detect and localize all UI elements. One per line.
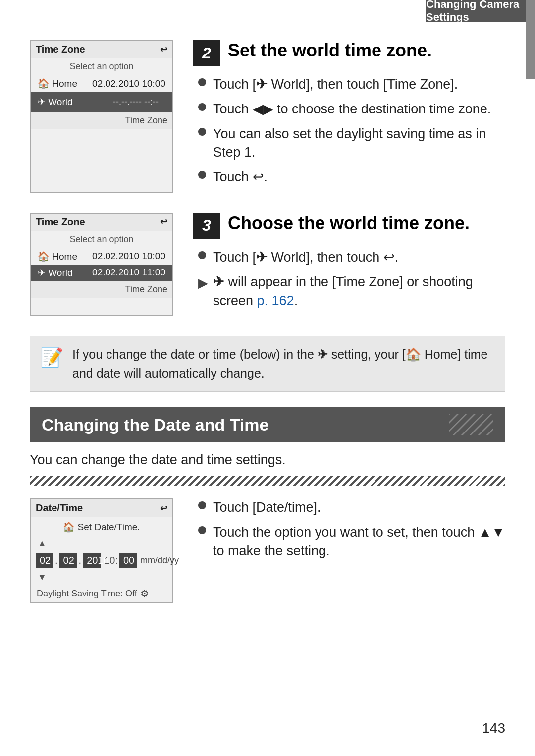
note-icon: 📝 bbox=[40, 346, 63, 368]
bullet-dot bbox=[198, 526, 206, 534]
dt-bullet-2-text: Touch the option you want to set, then t… bbox=[213, 523, 505, 561]
dt-year: 2010 bbox=[83, 553, 101, 568]
bullet-dot bbox=[198, 501, 206, 509]
step2-bullet-1-text: Touch [✈ World], then touch [Time Zone]. bbox=[213, 75, 458, 94]
step2-screen: Time Zone ↩ Select an option 🏠 Home 02.0… bbox=[30, 40, 173, 193]
bullet-dot bbox=[198, 171, 206, 179]
step2-bullet-3: You can also set the daylight saving tim… bbox=[198, 125, 505, 162]
dt-hour: 00 bbox=[119, 553, 137, 568]
bullet-dot bbox=[198, 128, 206, 136]
dt-title-bar: Date/Time ↩ bbox=[31, 499, 172, 517]
page-number: 143 bbox=[482, 720, 505, 736]
dt-up-arrow: ▲ bbox=[31, 537, 172, 551]
step3-bullet-1-text: Touch [✈ World], then touch ↩. bbox=[213, 248, 398, 267]
hatched-divider bbox=[30, 476, 505, 486]
datetime-instructions: Touch [Date/time]. Touch the option you … bbox=[193, 498, 505, 603]
home-time2: 02.02.2010 10:00 bbox=[92, 251, 165, 262]
home-time: 02.02.2010 10:00 bbox=[92, 78, 165, 89]
world-time2: 02.02.2010 11:00 bbox=[92, 267, 165, 278]
note-text: If you change the date or time (below) i… bbox=[72, 345, 495, 382]
dt-back-icon: ↩ bbox=[160, 503, 167, 514]
step2-bullets: Touch [✈ World], then touch [Time Zone].… bbox=[198, 75, 505, 187]
step3-bullet-2-text: ✈ will appear in the [Time Zone] or shoo… bbox=[213, 273, 505, 311]
home-icon: 🏠 Home bbox=[38, 78, 77, 89]
step3-section: Time Zone ↩ Select an option 🏠 Home 02.0… bbox=[30, 213, 505, 316]
step3-bullets: Touch [✈ World], then touch ↩. ▶ ✈ will … bbox=[198, 248, 505, 310]
dt-bullet-2: Touch the option you want to set, then t… bbox=[198, 523, 505, 561]
screen2-title: Time Zone bbox=[36, 216, 85, 228]
step2-bullet-2-text: Touch ◀▶ to choose the destination time … bbox=[213, 100, 491, 119]
bullet-dot bbox=[198, 251, 206, 259]
screen2-back-icon: ↩ bbox=[160, 216, 167, 227]
screen2-row-world: ✈ World 02.02.2010 11:00 bbox=[31, 265, 172, 281]
datetime-screen: Date/Time ↩ 🏠 Set Date/Time. ▲ 02 . 02 .… bbox=[30, 498, 173, 603]
screen1-row-home: 🏠 Home 02.02.2010 10:00 bbox=[31, 75, 172, 92]
step3-instructions: 3 Choose the world time zone. Touch [✈ W… bbox=[193, 213, 505, 316]
bullet-dot bbox=[198, 103, 206, 111]
screen1-back-icon: ↩ bbox=[160, 44, 167, 55]
step3-bullet-1: Touch [✈ World], then touch ↩. bbox=[198, 248, 505, 267]
home-icon2: 🏠 Home bbox=[38, 251, 77, 262]
datetime-bullets: Touch [Date/time]. Touch the option you … bbox=[198, 498, 505, 560]
screen2-footer: Time Zone bbox=[31, 281, 172, 298]
decoration-svg bbox=[449, 414, 493, 435]
dt-bullet-1: Touch [Date/time]. bbox=[198, 498, 505, 517]
step2-bullet-1: Touch [✈ World], then touch [Time Zone]. bbox=[198, 75, 505, 94]
step2-bullet-3-text: You can also set the daylight saving tim… bbox=[213, 125, 505, 162]
world-icon: ✈ World bbox=[38, 96, 73, 108]
step2-title: Set the world time zone. bbox=[228, 40, 432, 61]
svg-rect-1 bbox=[449, 414, 493, 435]
dt-footer-text: Daylight Saving Time: Off bbox=[37, 589, 137, 599]
bullet-dot bbox=[198, 78, 206, 86]
screen1-footer: Time Zone bbox=[31, 112, 172, 129]
screen2-title-bar: Time Zone ↩ bbox=[31, 214, 172, 231]
step3-bullet-2: ▶ ✈ will appear in the [Time Zone] or sh… bbox=[198, 273, 505, 311]
screen1-title-bar: Time Zone ↩ bbox=[31, 41, 172, 58]
step2-instructions: 2 Set the world time zone. Touch [✈ Worl… bbox=[193, 40, 505, 193]
dt-bullet-1-text: Touch [Date/time]. bbox=[213, 498, 321, 517]
note-box: 📝 If you change the date or time (below)… bbox=[30, 336, 505, 392]
step2-heading: 2 Set the world time zone. bbox=[193, 40, 505, 66]
step2-bullet-2: Touch ◀▶ to choose the destination time … bbox=[198, 100, 505, 119]
step3-screen: Time Zone ↩ Select an option 🏠 Home 02.0… bbox=[30, 213, 173, 316]
world-icon2: ✈ World bbox=[38, 267, 73, 278]
step2-bullet-4: Touch ↩. bbox=[198, 168, 505, 187]
dt-down-arrow: ▼ bbox=[31, 570, 172, 585]
world-dashes: --.--.---- --:-- bbox=[106, 94, 165, 109]
dt-date-row: 02 . 02 . 2010 10: 00 mm/dd/yy bbox=[31, 551, 172, 570]
screen2-row-home: 🏠 Home 02.02.2010 10:00 bbox=[31, 248, 172, 265]
dt-day: 02 bbox=[59, 553, 77, 568]
section-banner: Changing the Date and Time bbox=[30, 407, 505, 442]
screen1-title: Time Zone bbox=[36, 44, 85, 55]
step3-heading: 3 Choose the world time zone. bbox=[193, 213, 505, 239]
dt-sep2: . bbox=[78, 555, 82, 566]
screen1-row-world: ✈ World --.--.---- --:-- bbox=[31, 92, 172, 112]
datetime-section: Date/Time ↩ 🏠 Set Date/Time. ▲ 02 . 02 .… bbox=[30, 498, 505, 603]
dt-sep1: . bbox=[54, 555, 58, 566]
step2-bullet-4-text: Touch ↩. bbox=[213, 168, 268, 187]
section-description: You can change the date and time setting… bbox=[30, 452, 505, 468]
banner-decoration bbox=[449, 414, 493, 435]
section-banner-title: Changing the Date and Time bbox=[42, 415, 268, 434]
step2-section: Time Zone ↩ Select an option 🏠 Home 02.0… bbox=[30, 40, 505, 193]
screen1-subtitle: Select an option bbox=[31, 58, 172, 75]
dt-footer-icon: ⚙ bbox=[140, 588, 149, 599]
step3-number: 3 bbox=[193, 213, 220, 239]
screen2-subtitle: Select an option bbox=[31, 231, 172, 248]
dt-subtitle: 🏠 Set Date/Time. bbox=[31, 517, 172, 537]
step3-title: Choose the world time zone. bbox=[228, 213, 470, 234]
dt-title: Date/Time bbox=[36, 502, 83, 514]
arrow-icon: ▶ bbox=[198, 274, 208, 292]
dt-sep3: 10: bbox=[104, 555, 118, 566]
step2-number: 2 bbox=[193, 40, 220, 66]
dt-month: 02 bbox=[36, 553, 54, 568]
dt-format-label: mm/dd/yy bbox=[140, 555, 179, 566]
dt-footer: Daylight Saving Time: Off ⚙ bbox=[31, 585, 172, 602]
